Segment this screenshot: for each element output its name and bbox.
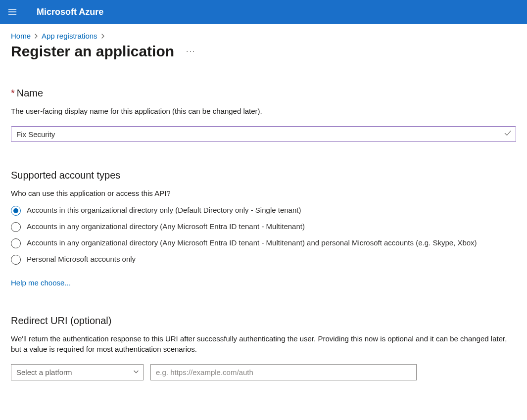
hamburger-menu-button[interactable] — [4, 3, 21, 20]
checkmark-icon — [503, 129, 512, 140]
name-label-text: Name — [17, 88, 43, 98]
account-types-radios: Accounts in this organizational director… — [11, 205, 516, 265]
radio-label: Personal Microsoft accounts only — [27, 254, 136, 264]
brand-label: Microsoft Azure — [37, 7, 103, 17]
redirect-heading: Redirect URI (optional) — [11, 315, 516, 327]
breadcrumb-home[interactable]: Home — [11, 32, 31, 40]
radio-icon — [11, 238, 21, 248]
help-me-choose-link[interactable]: Help me choose... — [11, 279, 71, 287]
breadcrumb: Home App registrations — [11, 32, 516, 40]
hamburger-icon — [7, 7, 17, 17]
radio-label: Accounts in any organizational directory… — [27, 238, 477, 248]
name-field-description: The user-facing display name for this ap… — [11, 106, 516, 116]
account-types-section: Supported account types Who can use this… — [11, 170, 516, 287]
radio-label: Accounts in this organizational director… — [27, 205, 301, 215]
account-types-question: Who can use this application or access t… — [11, 189, 516, 197]
radio-multitenant-personal[interactable]: Accounts in any organizational directory… — [11, 238, 516, 248]
breadcrumb-app-registrations[interactable]: App registrations — [42, 32, 97, 40]
platform-select-value: Select a platform — [16, 368, 72, 376]
radio-multitenant[interactable]: Accounts in any organizational directory… — [11, 222, 516, 232]
redirect-uri-input[interactable] — [150, 364, 417, 380]
radio-icon — [11, 222, 21, 232]
platform-select[interactable]: Select a platform — [11, 364, 144, 380]
redirect-uri-section: Redirect URI (optional) We'll return the… — [11, 315, 516, 380]
chevron-right-icon — [100, 34, 105, 39]
redirect-description: We'll return the authentication response… — [11, 333, 516, 354]
top-bar: Microsoft Azure — [0, 0, 527, 24]
app-name-input[interactable] — [11, 126, 516, 142]
radio-single-tenant[interactable]: Accounts in this organizational director… — [11, 205, 516, 216]
chevron-right-icon — [34, 34, 39, 39]
name-field-label: *Name — [11, 88, 516, 99]
name-section: *Name The user-facing display name for t… — [11, 88, 516, 142]
account-types-heading: Supported account types — [11, 170, 516, 181]
page-title: Register an application — [11, 43, 174, 60]
radio-icon — [11, 206, 21, 216]
radio-personal-only[interactable]: Personal Microsoft accounts only — [11, 254, 516, 265]
radio-icon — [11, 255, 21, 265]
required-asterisk: * — [11, 88, 15, 98]
more-actions-button[interactable]: ··· — [183, 45, 198, 58]
radio-label: Accounts in any organizational directory… — [27, 222, 305, 232]
